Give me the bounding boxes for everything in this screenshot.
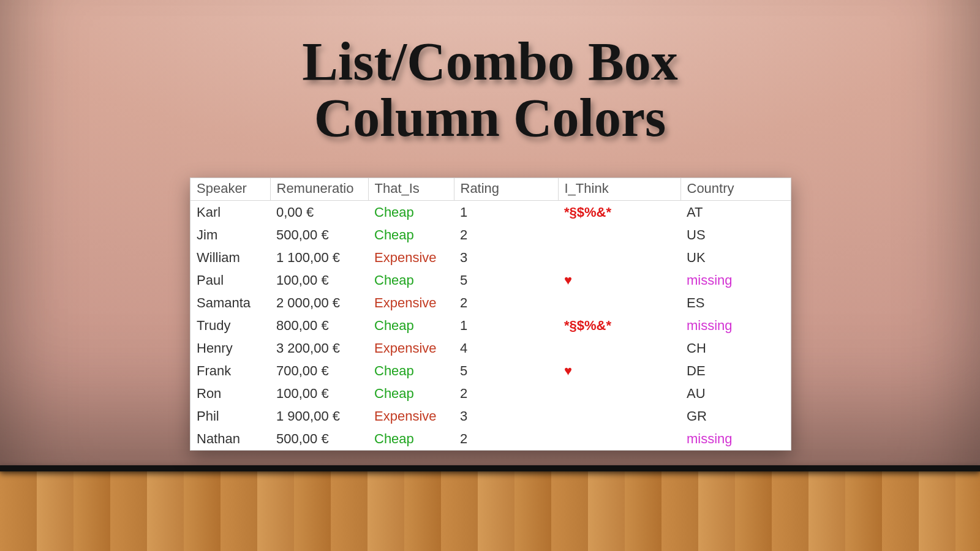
cell-remun: 3 200,00 € <box>270 337 368 359</box>
table-row[interactable]: Trudy800,00 €Cheap1*§$%&*missing <box>190 314 791 337</box>
cell-speaker: Karl <box>190 201 270 224</box>
header-row: Speaker Remuneratio That_Is Rating I_Thi… <box>190 178 791 201</box>
table-row[interactable]: Frank700,00 €Cheap5♥DE <box>190 359 791 382</box>
cell-that-is: Expensive <box>368 291 454 314</box>
cell-that-is: Cheap <box>368 223 454 246</box>
cell-i-think: ♥ <box>558 359 680 382</box>
cell-country: AU <box>680 382 791 405</box>
cell-remun: 500,00 € <box>270 427 368 450</box>
cell-country: missing <box>680 427 791 450</box>
cell-rating: 2 <box>454 382 558 405</box>
cell-speaker: Jim <box>190 223 270 246</box>
cell-remun: 800,00 € <box>270 314 368 337</box>
cell-rating: 3 <box>454 405 558 427</box>
cell-i-think: ♥ <box>558 269 680 291</box>
cell-rating: 5 <box>454 269 558 291</box>
cell-i-think <box>558 246 680 269</box>
cell-speaker: Henry <box>190 337 270 359</box>
cell-that-is: Cheap <box>368 382 454 405</box>
cell-country: US <box>680 223 791 246</box>
table-row[interactable]: Jim500,00 €Cheap2US <box>190 223 791 246</box>
cell-country: UK <box>680 246 791 269</box>
cell-country: AT <box>680 201 791 224</box>
cell-remun: 100,00 € <box>270 382 368 405</box>
cell-rating: 2 <box>454 223 558 246</box>
cell-that-is: Expensive <box>368 405 454 427</box>
cell-i-think <box>558 427 680 450</box>
floor-background <box>0 465 980 551</box>
cell-that-is: Cheap <box>368 314 454 337</box>
header-country[interactable]: Country <box>680 178 791 201</box>
table-row[interactable]: Paul100,00 €Cheap5♥missing <box>190 269 791 291</box>
cell-remun: 100,00 € <box>270 269 368 291</box>
header-remuneration[interactable]: Remuneratio <box>270 178 368 201</box>
header-that-is[interactable]: That_Is <box>368 178 454 201</box>
cell-country: missing <box>680 314 791 337</box>
cell-rating: 2 <box>454 427 558 450</box>
cell-speaker: Frank <box>190 359 270 382</box>
cell-remun: 500,00 € <box>270 223 368 246</box>
table-row[interactable]: Nathan500,00 €Cheap2missing <box>190 427 791 450</box>
cell-country: CH <box>680 337 791 359</box>
cell-country: missing <box>680 269 791 291</box>
cell-speaker: William <box>190 246 270 269</box>
cell-that-is: Cheap <box>368 359 454 382</box>
slide-title: List/Combo Box Column Colors <box>0 34 980 147</box>
listbox-table: Speaker Remuneratio That_Is Rating I_Thi… <box>190 178 791 450</box>
cell-rating: 4 <box>454 337 558 359</box>
cell-remun: 1 900,00 € <box>270 405 368 427</box>
cell-rating: 2 <box>454 291 558 314</box>
cell-country: DE <box>680 359 791 382</box>
cell-i-think <box>558 405 680 427</box>
cell-remun: 2 000,00 € <box>270 291 368 314</box>
header-speaker[interactable]: Speaker <box>190 178 270 201</box>
table-row[interactable]: Samanta2 000,00 €Expensive2ES <box>190 291 791 314</box>
slide: List/Combo Box Column Colors Speaker Rem… <box>0 0 980 551</box>
cell-speaker: Paul <box>190 269 270 291</box>
cell-i-think <box>558 382 680 405</box>
header-i-think[interactable]: I_Think <box>558 178 680 201</box>
cell-speaker: Nathan <box>190 427 270 450</box>
cell-i-think <box>558 337 680 359</box>
cell-that-is: Cheap <box>368 269 454 291</box>
header-rating[interactable]: Rating <box>454 178 558 201</box>
cell-i-think: *§$%&* <box>558 201 680 224</box>
cell-country: ES <box>680 291 791 314</box>
cell-country: GR <box>680 405 791 427</box>
cell-i-think: *§$%&* <box>558 314 680 337</box>
cell-speaker: Ron <box>190 382 270 405</box>
cell-remun: 1 100,00 € <box>270 246 368 269</box>
cell-i-think <box>558 291 680 314</box>
table-row[interactable]: Karl0,00 €Cheap1*§$%&*AT <box>190 201 791 224</box>
listbox-panel: Speaker Remuneratio That_Is Rating I_Thi… <box>190 178 791 451</box>
cell-remun: 700,00 € <box>270 359 368 382</box>
cell-speaker: Samanta <box>190 291 270 314</box>
cell-remun: 0,00 € <box>270 201 368 224</box>
cell-i-think <box>558 223 680 246</box>
cell-rating: 5 <box>454 359 558 382</box>
cell-rating: 1 <box>454 314 558 337</box>
cell-speaker: Phil <box>190 405 270 427</box>
table-row[interactable]: Phil1 900,00 €Expensive3GR <box>190 405 791 427</box>
cell-that-is: Cheap <box>368 201 454 224</box>
cell-that-is: Expensive <box>368 246 454 269</box>
cell-rating: 3 <box>454 246 558 269</box>
table-row[interactable]: Henry3 200,00 €Expensive4CH <box>190 337 791 359</box>
cell-rating: 1 <box>454 201 558 224</box>
cell-speaker: Trudy <box>190 314 270 337</box>
cell-that-is: Expensive <box>368 337 454 359</box>
table-row[interactable]: Ron100,00 €Cheap2AU <box>190 382 791 405</box>
cell-that-is: Cheap <box>368 427 454 450</box>
table-row[interactable]: William1 100,00 €Expensive3UK <box>190 246 791 269</box>
